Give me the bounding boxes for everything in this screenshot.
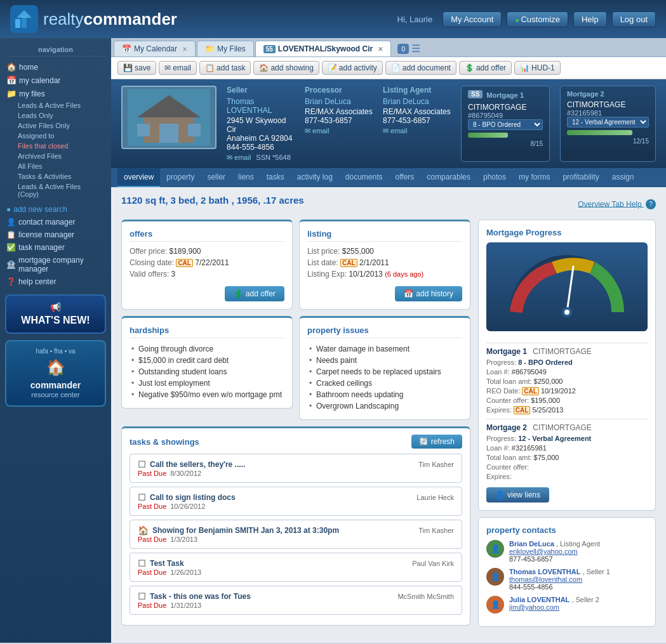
processor-email-link[interactable]: ✉ email bbox=[305, 127, 373, 135]
subnav-seller[interactable]: seller bbox=[201, 168, 232, 187]
save-button[interactable]: 💾 save bbox=[117, 61, 156, 75]
sidebar-contact-manager[interactable]: 👤 contact manager bbox=[5, 216, 106, 228]
sidebar-item-files[interactable]: 📁 my files bbox=[5, 87, 106, 100]
mortgage2-status-select[interactable]: 12 - Verbal Agreement bbox=[567, 117, 649, 128]
expired-text: (6 days ago) bbox=[385, 270, 423, 278]
sidebar-sub-all-files[interactable]: All Files bbox=[5, 161, 106, 171]
tab-close-calendar[interactable]: ✕ bbox=[182, 46, 187, 53]
subnav-photos[interactable]: photos bbox=[477, 168, 512, 187]
mortgage1-number: #86795049 bbox=[468, 112, 543, 119]
processor-name-link[interactable]: Brian DeLuca bbox=[305, 97, 373, 106]
add-offer-button[interactable]: 💲 add offer bbox=[459, 61, 512, 75]
sidebar-item-calendar[interactable]: 📅 my calendar bbox=[5, 74, 106, 87]
subnav-property[interactable]: property bbox=[160, 168, 201, 187]
add-task-button[interactable]: 📋 add task bbox=[199, 61, 251, 75]
sidebar-mortgage-manager[interactable]: 🏦 mortgage company manager bbox=[5, 254, 106, 275]
m2-progress: Progress: 12 - Verbal Agreement bbox=[486, 435, 648, 442]
processor-company: RE/MAX Associates bbox=[305, 107, 373, 116]
help-button[interactable]: Help bbox=[573, 11, 607, 27]
contact-name-link[interactable]: Brian DeLuca bbox=[509, 540, 554, 548]
home-icon: 🏠 bbox=[6, 62, 17, 72]
list-price-field: List price: $255,000 bbox=[307, 247, 462, 256]
subnav-comparables[interactable]: comparables bbox=[420, 168, 477, 187]
subnav-offers[interactable]: offers bbox=[389, 168, 421, 187]
subnav-assign[interactable]: assign bbox=[606, 168, 641, 187]
add-offer-card-button[interactable]: 💲 add offer bbox=[225, 286, 284, 301]
resource-center-banner[interactable]: hafa • fha • va 🏠 commander resource cen… bbox=[5, 340, 106, 407]
sidebar-item-label: task manager bbox=[18, 243, 65, 252]
cal-icon: CAL bbox=[522, 387, 539, 395]
add-showing-button[interactable]: 🏠 add showing bbox=[253, 61, 319, 75]
m2-counter: Counter offer: bbox=[486, 463, 648, 471]
my-account-button[interactable]: My Account bbox=[443, 11, 502, 27]
contact-info: Brian DeLuca , Listing Agent eriklovell@… bbox=[509, 540, 600, 563]
add-document-button[interactable]: 📄 add document bbox=[385, 61, 456, 75]
customize-button[interactable]: ●Customize bbox=[507, 11, 568, 27]
calendar-icon: 📅 bbox=[6, 76, 17, 85]
sidebar-item-home[interactable]: 🏠 home bbox=[5, 60, 106, 74]
whats-new-banner[interactable]: 📢 WHAT'S NEW! bbox=[5, 294, 106, 334]
seller-email-link[interactable]: ✉ email bbox=[227, 154, 251, 162]
sidebar-sub-assigned[interactable]: Assigned to bbox=[5, 131, 106, 141]
overview-grid: offers Offer price: $189,900 Closing dat… bbox=[121, 220, 656, 627]
sidebar-sub-leads-copy[interactable]: Leads & Active Files (Copy) bbox=[5, 181, 106, 199]
listing-agent-name-link[interactable]: Brian DeLuca bbox=[383, 97, 451, 106]
logout-button[interactable]: Log out bbox=[612, 11, 656, 27]
subnav-tasks[interactable]: tasks bbox=[260, 168, 291, 187]
offers-listing-row: offers Offer price: $189,900 Closing dat… bbox=[121, 220, 470, 310]
tab-label: LOVENTHAL/Skywood Cir bbox=[278, 44, 373, 53]
tab-loventhal[interactable]: 55 LOVENTHAL/Skywood Cir ✕ bbox=[255, 41, 391, 56]
view-liens-button[interactable]: 👤 view liens bbox=[486, 487, 549, 503]
subnav-activity-log[interactable]: activity log bbox=[291, 168, 339, 187]
sidebar-sub-files-closed[interactable]: Files that closed bbox=[5, 141, 106, 151]
subnav-overview[interactable]: overview bbox=[117, 168, 160, 187]
contact-info: Thomas LOVENTHAL , Seller 1 thomas@loven… bbox=[509, 568, 610, 591]
processor-label: Processor bbox=[305, 86, 373, 95]
contact-name-link[interactable]: Julia LOVENTHAL bbox=[509, 596, 569, 603]
add-history-button[interactable]: 📅 add history bbox=[395, 286, 462, 301]
subnav-liens[interactable]: liens bbox=[232, 168, 260, 187]
task-item: ☐ Call to sign listing docs Laurie Heck … bbox=[130, 487, 462, 516]
tab-calendar[interactable]: 📅 My Calendar ✕ bbox=[114, 41, 196, 56]
whats-new-icon: 📢 bbox=[13, 302, 98, 312]
mortgage1-badge: SS bbox=[468, 90, 483, 98]
resource-center-title: commander resource center bbox=[13, 380, 98, 399]
property-issues-title: property issues bbox=[307, 325, 462, 338]
tasks-showings-section: tasks & showings 🔄 refresh bbox=[121, 426, 470, 626]
refresh-button[interactable]: 🔄 refresh bbox=[411, 435, 462, 449]
mortgage1-status-select[interactable]: 8 - BPO Ordered bbox=[468, 119, 543, 130]
sidebar-add-new-search[interactable]: ● add new search bbox=[5, 203, 106, 216]
sidebar-license-manager[interactable]: 📋 license manager bbox=[5, 228, 106, 241]
listing-agent-email-link[interactable]: ✉ email bbox=[383, 127, 451, 135]
svg-rect-8 bbox=[137, 124, 150, 136]
contact-email-link[interactable]: eriklovell@yahoo.com bbox=[509, 548, 578, 555]
subnav-profitability[interactable]: profitability bbox=[556, 168, 605, 187]
task-item: ☐ Test Task Paul Van Kirk Past Due 1/26/… bbox=[130, 553, 462, 582]
contact-email-link[interactable]: jim@yahoo.com bbox=[509, 603, 559, 611]
overview-tab-help-link[interactable]: Overview Tab Help ? bbox=[578, 199, 656, 209]
hud1-button[interactable]: 📊 HUD-1 bbox=[514, 61, 561, 75]
sidebar-sub-leads-only[interactable]: Leads Only bbox=[5, 110, 106, 121]
header: realtycommander Hi, Laurie My Account ●C… bbox=[0, 0, 666, 38]
tab-list-button[interactable]: ☰ bbox=[411, 43, 420, 55]
sidebar-sub-archived[interactable]: Archived Files bbox=[5, 151, 106, 161]
subnav-my-forms[interactable]: my forms bbox=[512, 168, 556, 187]
sidebar-help-center[interactable]: ❓ help center bbox=[5, 275, 106, 288]
offers-title: offers bbox=[130, 229, 284, 242]
contact-email-link[interactable]: thomas@loventhal.com bbox=[509, 575, 582, 583]
sidebar-sub-active-only[interactable]: Active Files Only bbox=[5, 121, 106, 131]
svg-point-12 bbox=[564, 310, 569, 315]
contact-item: 👤 Julia LOVENTHAL , Seller 2 jim@yahoo.c… bbox=[486, 596, 648, 614]
sidebar-task-manager[interactable]: ✅ task manager bbox=[5, 241, 106, 254]
subnav-documents[interactable]: documents bbox=[339, 168, 389, 187]
sidebar-sub-leads-active[interactable]: Leads & Active Files bbox=[5, 100, 106, 110]
seller-name-link[interactable]: Thomas LOVENTHAL bbox=[227, 97, 295, 115]
m1-header: Mortgage 1 CITIMORTGAGE bbox=[486, 343, 648, 356]
tab-close-loventhal[interactable]: ✕ bbox=[378, 46, 383, 53]
email-button[interactable]: ✉ email bbox=[159, 61, 197, 75]
contact-name-link[interactable]: Thomas LOVENTHAL bbox=[509, 568, 580, 575]
sidebar-sub-tasks[interactable]: Tasks & Activities bbox=[5, 171, 106, 181]
add-activity-icon: 📝 bbox=[328, 63, 337, 72]
add-activity-button[interactable]: 📝 add activity bbox=[322, 61, 383, 75]
tab-files[interactable]: 📁 My Files bbox=[197, 41, 254, 56]
